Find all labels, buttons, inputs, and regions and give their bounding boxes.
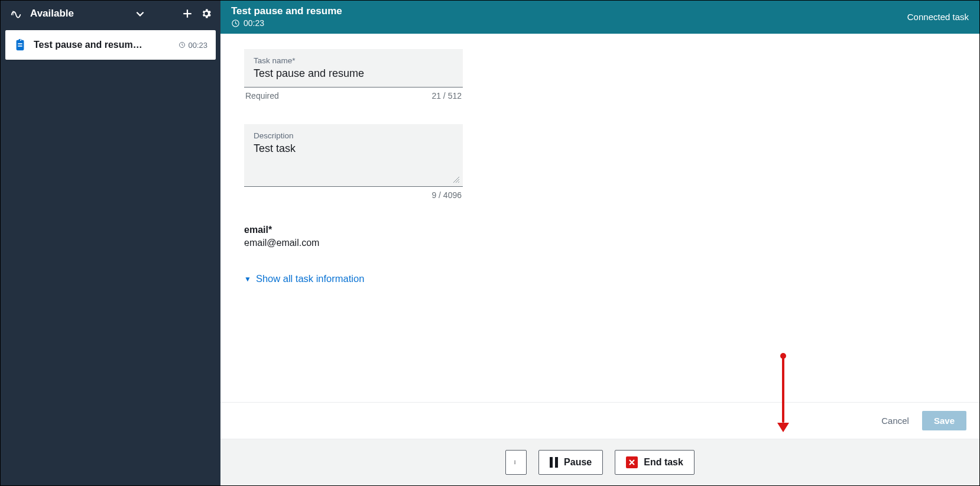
- description-input[interactable]: [254, 142, 453, 184]
- svg-point-3: [514, 462, 515, 463]
- status-dropdown-button[interactable]: [133, 7, 147, 21]
- end-task-label: End task: [644, 457, 683, 468]
- sidebar-task-card[interactable]: Test pause and resum… 00:23: [5, 30, 216, 60]
- task-name-input[interactable]: [254, 67, 453, 80]
- add-button[interactable]: [180, 7, 194, 21]
- sidebar: Available Test pause and resum… 00:23: [1, 1, 220, 485]
- save-button[interactable]: Save: [922, 411, 966, 430]
- pause-icon: [550, 457, 558, 468]
- resize-handle-icon[interactable]: [453, 177, 459, 183]
- disclosure-triangle-icon: ▼: [244, 276, 251, 283]
- email-field: email* email@email.com: [244, 225, 463, 248]
- end-task-icon: [626, 456, 638, 468]
- task-name-label: Task name*: [254, 56, 453, 65]
- clock-icon: [179, 41, 186, 48]
- svg-point-2: [514, 461, 515, 462]
- form-area: Task name* Required 21 / 512 Description…: [220, 34, 979, 402]
- connected-task-label: Connected task: [907, 12, 969, 22]
- show-all-task-info-label: Show all task information: [256, 273, 364, 284]
- cancel-button[interactable]: Cancel: [878, 411, 913, 430]
- save-strip: Cancel Save: [220, 402, 979, 439]
- description-char-count: 9 / 4096: [431, 190, 462, 200]
- topbar: Test pause and resume 00:23 Connected ta…: [220, 1, 979, 34]
- main-panel: Test pause and resume 00:23 Connected ta…: [220, 1, 979, 485]
- description-label: Description: [254, 131, 453, 140]
- clock-icon: [231, 19, 240, 28]
- email-label: email*: [244, 225, 463, 235]
- sidebar-task-title: Test pause and resum…: [34, 40, 171, 50]
- task-name-field: Task name*: [244, 49, 463, 88]
- description-helper: 9 / 4096: [244, 187, 463, 200]
- sidebar-header: Available: [1, 1, 220, 27]
- svg-point-4: [514, 464, 515, 465]
- show-all-task-info-link[interactable]: ▼ Show all task information: [244, 273, 463, 284]
- agent-status-icon: [8, 7, 24, 21]
- task-name-helper: Required 21 / 512: [244, 88, 463, 101]
- agent-status-label: Available: [30, 8, 74, 20]
- sidebar-task-elapsed: 00:23: [179, 41, 207, 50]
- settings-button[interactable]: [199, 7, 213, 21]
- pause-button[interactable]: Pause: [538, 450, 603, 475]
- topbar-title: Test pause and resume: [231, 5, 342, 17]
- description-field: Description: [244, 124, 463, 187]
- task-icon: [14, 38, 27, 51]
- more-actions-button[interactable]: [505, 450, 527, 475]
- action-strip: Pause End task: [220, 439, 979, 485]
- end-task-button[interactable]: End task: [615, 450, 695, 475]
- topbar-elapsed: 00:23: [231, 18, 342, 28]
- email-value: email@email.com: [244, 238, 463, 248]
- task-name-helper-required: Required: [245, 91, 279, 101]
- pause-label: Pause: [564, 457, 592, 468]
- task-name-char-count: 21 / 512: [431, 91, 462, 101]
- kebab-icon: [514, 457, 518, 468]
